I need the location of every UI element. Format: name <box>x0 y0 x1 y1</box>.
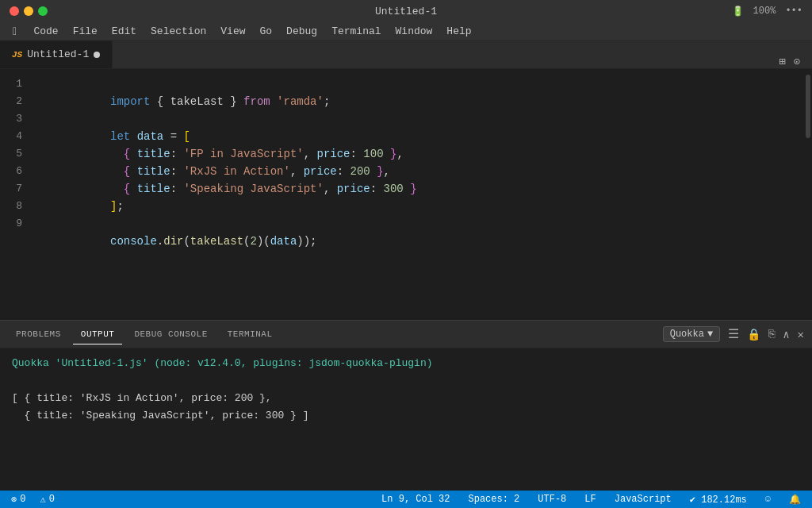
collapse-up-icon[interactable]: ∧ <box>783 328 789 341</box>
panel-tabs: PROBLEMS OUTPUT DEBUG CONSOLE TERMINAL Q… <box>0 321 812 348</box>
output-line-1: Quokka 'Untitled-1.js' (node: v12.4.0, p… <box>12 355 800 372</box>
panel-content: Quokka 'Untitled-1.js' (node: v12.4.0, p… <box>0 348 812 491</box>
minimize-button[interactable] <box>24 6 33 16</box>
line-3: 3 <box>0 110 30 128</box>
code-line-9: console.dir(takeLast(2)(data)); <box>44 215 801 233</box>
warning-count[interactable]: ⚠ 0 <box>36 494 57 506</box>
menu-go[interactable]: Go <box>254 24 279 39</box>
menu-terminal[interactable]: Terminal <box>325 24 387 39</box>
window-title: Untitled-1 <box>375 6 437 17</box>
tab-output[interactable]: OUTPUT <box>73 325 123 344</box>
output-line-2 <box>12 372 800 390</box>
tab-untitled1[interactable]: JS Untitled-1 <box>0 40 113 68</box>
panel: PROBLEMS OUTPUT DEBUG CONSOLE TERMINAL Q… <box>0 320 812 491</box>
panel-tab-actions: Quokka ▼ ☰ 🔒 ⎘ ∧ ✕ <box>663 326 804 342</box>
menu-bar:  Code File Edit Selection View Go Debug… <box>0 22 812 41</box>
close-panel-icon[interactable]: ✕ <box>798 328 804 341</box>
menu-help[interactable]: Help <box>440 24 477 39</box>
quokka-time[interactable]: ✔ 182.12ms <box>687 494 750 506</box>
output-line-3: [ { title: 'RxJS in Action', price: 200 … <box>12 390 800 407</box>
battery-icon: 🔋 <box>732 6 744 17</box>
tab-actions: ⊞ ⊙ <box>779 55 812 68</box>
error-warning-counts: ⊗ 0 ⚠ 0 <box>8 494 58 506</box>
warning-icon: ⚠ <box>40 494 45 506</box>
editor-container: 1 2 3 4 5 6 7 8 9 import { takeLast } fr… <box>0 69 812 320</box>
bell-icon: 🔔 <box>786 494 804 506</box>
scrollbar-thumb[interactable] <box>806 75 810 138</box>
tab-name: Untitled-1 <box>27 48 89 60</box>
more-actions-button[interactable]: ⊙ <box>794 55 800 68</box>
indentation[interactable]: Spaces: 2 <box>465 494 523 505</box>
tab-bar: JS Untitled-1 ⊞ ⊙ <box>0 41 812 69</box>
line-2: 2 <box>0 93 30 110</box>
titlebar-right: 🔋 100% ••• <box>732 6 802 17</box>
traffic-lights <box>10 6 48 16</box>
encoding[interactable]: UTF-8 <box>534 494 569 505</box>
apple-menu[interactable]:  <box>6 24 25 40</box>
menu-file[interactable]: File <box>67 24 104 39</box>
error-icon: ⊗ <box>11 494 17 506</box>
line-1: 1 <box>0 75 30 93</box>
code-area[interactable]: 1 2 3 4 5 6 7 8 9 import { takeLast } fr… <box>0 69 801 320</box>
split-editor-button[interactable]: ⊞ <box>779 55 785 68</box>
line-5: 5 <box>0 145 30 163</box>
status-right: Ln 9, Col 32 Spaces: 2 UTF-8 LF JavaScri… <box>378 494 804 506</box>
menu-selection[interactable]: Selection <box>144 24 213 39</box>
code-content[interactable]: import { takeLast } from 'ramda'; let da… <box>40 75 801 314</box>
tab-problems[interactable]: PROBLEMS <box>8 325 69 344</box>
dropdown-value: Quokka <box>670 329 704 340</box>
battery-level: 100% <box>753 6 776 17</box>
editor-main: 1 2 3 4 5 6 7 8 9 import { takeLast } fr… <box>0 69 801 320</box>
error-count[interactable]: ⊗ 0 <box>8 494 29 506</box>
menu-code[interactable]: Code <box>27 24 64 39</box>
menu-edit[interactable]: Edit <box>105 24 143 39</box>
tab-terminal[interactable]: TERMINAL <box>220 325 281 344</box>
tab-modified-dot <box>94 52 100 58</box>
menu-window[interactable]: Window <box>389 24 439 39</box>
menu-view[interactable]: View <box>214 24 251 39</box>
line-8: 8 <box>0 198 30 215</box>
maximize-button[interactable] <box>38 6 48 16</box>
line-numbers: 1 2 3 4 5 6 7 8 9 <box>0 75 40 314</box>
code-line-8 <box>44 198 801 215</box>
code-line-1: import { takeLast } from 'ramda'; <box>44 75 801 93</box>
cursor-position[interactable]: Ln 9, Col 32 <box>378 494 453 505</box>
scrollbar-track[interactable] <box>801 69 812 320</box>
lock-icon[interactable]: 🔒 <box>747 328 760 341</box>
output-line-4: { title: 'Speaking JavaScript', price: 3… <box>12 407 800 425</box>
titlebar-left <box>10 6 48 16</box>
smiley-icon: ☺ <box>762 494 774 505</box>
menu-debug[interactable]: Debug <box>280 24 324 39</box>
copy-icon[interactable]: ⎘ <box>768 328 775 341</box>
close-button[interactable] <box>10 6 19 16</box>
status-bar: ⊗ 0 ⚠ 0 Ln 9, Col 32 Spaces: 2 UTF-8 LF … <box>0 491 812 508</box>
line-7: 7 <box>0 180 30 198</box>
language-mode[interactable]: JavaScript <box>611 494 675 505</box>
line-9: 9 <box>0 215 30 233</box>
titlebar: Untitled-1 🔋 100% ••• <box>0 0 812 22</box>
js-tab-icon: JS <box>12 50 22 60</box>
more-icon: ••• <box>785 6 802 17</box>
list-icon[interactable]: ☰ <box>728 326 739 342</box>
line-4: 4 <box>0 128 30 145</box>
tab-debug-console[interactable]: DEBUG CONSOLE <box>126 325 215 344</box>
chevron-down-icon: ▼ <box>707 329 713 340</box>
line-6: 6 <box>0 163 30 180</box>
eol[interactable]: LF <box>581 494 599 505</box>
output-source-dropdown[interactable]: Quokka ▼ <box>663 326 720 342</box>
code-line-3: let data = [ <box>44 110 801 128</box>
